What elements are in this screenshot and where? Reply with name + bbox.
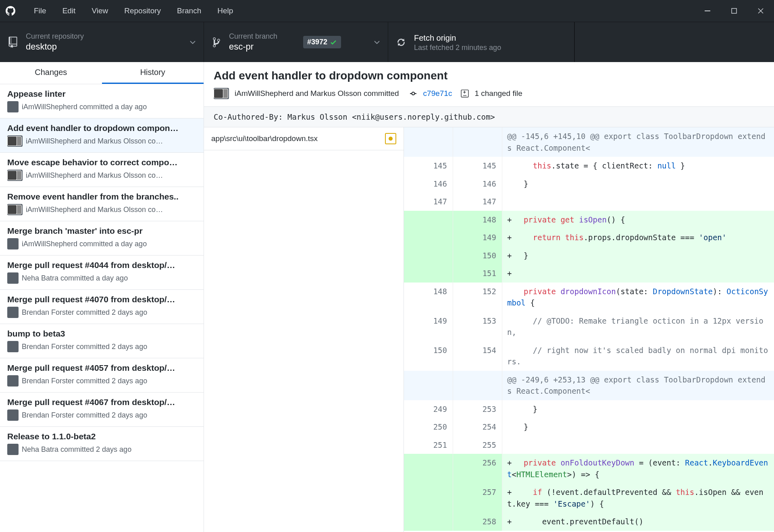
gutter-new: 253 [453,400,502,418]
menu-item-view[interactable]: View [83,6,116,15]
commit-list[interactable]: Appease linteriAmWillShepherd committed … [0,84,204,532]
diff-code: } [502,175,774,193]
commit-item-title: Remove event handler from the branches.. [7,192,196,202]
fetch-sub: Last fetched 2 minutes ago [414,44,501,52]
menu-item-edit[interactable]: Edit [54,6,84,15]
author-avatar [214,88,229,99]
diff-line: @@ -249,6 +253,13 @@ export class Toolba… [404,371,774,400]
commit-item[interactable]: Merge pull request #4067 from desktop/…B… [0,393,204,427]
commit-item[interactable]: Merge branch 'master' into esc-priAmWill… [0,221,204,256]
gutter-new: 151 [453,264,502,283]
commit-item-meta: iAmWillShepherd and Markus Olsson co… [7,204,196,215]
gutter-old [404,513,453,531]
commit-item[interactable]: Merge pull request #4057 from desktop/…B… [0,358,204,393]
git-branch-icon [212,37,221,48]
gutter-new: 254 [453,418,502,436]
commit-item-title: Merge pull request #4070 from desktop/… [7,295,196,304]
diff-code: private dropdownIcon(state: DropdownStat… [502,283,774,312]
avatar [7,444,19,455]
menu-item-file[interactable]: File [26,6,54,15]
close-button[interactable] [747,0,774,22]
commit-detail: Add event handler to dropdown component … [204,62,774,532]
diff-line: 148152 private dropdownIcon(state: Dropd… [404,283,774,312]
chevron-down-icon [190,41,196,44]
branch-dropdown[interactable]: Current branch esc-pr #3972 [204,22,388,62]
gutter-new: 152 [453,283,502,312]
commit-item-meta: Neha Batra committed a day ago [7,272,196,284]
diff-line: 256+ private onFoldoutKeyDown = (event: … [404,454,774,483]
svg-rect-1 [732,8,737,13]
diff-line: 150154 // right now it's scaled badly on… [404,341,774,371]
main: Changes History Appease linteriAmWillShe… [0,62,774,532]
avatar [7,238,19,249]
diff-code: // right now it's scaled badly on normal… [502,341,774,371]
gutter-new: 153 [453,312,502,341]
changed-file[interactable]: app\src\ui\toolbar\dropdown.tsx [204,127,404,150]
commit-item-title: Move escape behavior to correct compo… [7,158,196,167]
diff-code: + private get isOpen() { [502,211,774,229]
sync-icon [396,37,406,47]
svg-rect-0 [705,10,710,11]
commit-item-title: Release to 1.1.0-beta2 [7,432,196,441]
menu-item-repository[interactable]: Repository [116,6,169,15]
commit-item-meta: Neha Batra committed 2 days ago [7,444,196,455]
gutter-new: 148 [453,211,502,229]
repo-dropdown[interactable]: Current repository desktop [0,22,204,62]
avatar-stack [7,135,23,147]
files-count: 1 changed file [474,89,522,98]
gutter-old: 146 [404,175,453,193]
commit-item-title: Merge pull request #4044 from desktop/… [7,260,196,270]
commit-item-meta: Brendan Forster committed 2 days ago [7,307,196,318]
commit-item-meta: iAmWillShepherd and Markus Olsson co… [7,135,196,147]
toolbar-spacer [574,22,774,62]
repo-label: Current repository [26,32,84,41]
menu-item-help[interactable]: Help [209,6,241,15]
minimize-button[interactable] [694,0,721,22]
tab-history[interactable]: History [102,62,204,84]
diff-view[interactable]: @@ -145,6 +145,10 @@ export class Toolba… [404,127,774,532]
diff-code: this.state = { clientRect: null } [502,157,774,175]
gutter-new: 257 [453,483,502,513]
diff-code: + event.preventDefault() [502,513,774,531]
modified-icon [385,133,396,144]
gutter-new: 145 [453,157,502,175]
commit-item-title: Merge pull request #4057 from desktop/… [7,363,196,373]
commit-item[interactable]: Appease linteriAmWillShepherd committed … [0,84,204,118]
avatar [7,375,19,387]
commit-item[interactable]: Release to 1.1.0-beta2Neha Batra committ… [0,427,204,461]
commit-item[interactable]: Remove event handler from the branches..… [0,187,204,221]
commit-item-meta: iAmWillShepherd committed a day ago [7,101,196,112]
tab-changes[interactable]: Changes [0,62,102,84]
commit-item[interactable]: Merge pull request #4070 from desktop/…B… [0,290,204,324]
pr-badge: #3972 [303,36,341,48]
commit-item-meta: iAmWillShepherd and Markus Olsson co… [7,170,196,181]
gutter-new: 256 [453,454,502,483]
commit-item[interactable]: Move escape behavior to correct compo…iA… [0,153,204,187]
commit-item[interactable]: Add event handler to dropdown compon…iAm… [0,118,204,153]
coauthor-line: Co-Authored-By: Markus Olsson <niik@user… [204,107,774,127]
avatar [7,307,19,318]
diff-code: + [502,264,774,283]
gutter-old [404,454,453,483]
commit-item[interactable]: Merge pull request #4044 from desktop/…N… [0,256,204,290]
commit-sha[interactable]: c79e71c [423,89,452,98]
github-logo-icon [6,6,15,16]
avatar [7,409,19,421]
fetch-button[interactable]: Fetch origin Last fetched 2 minutes ago [388,22,574,62]
commit-item-meta: Brendan Forster committed 2 days ago [7,409,196,421]
gutter-new [453,371,502,400]
fetch-label: Fetch origin [414,33,501,43]
menu-item-branch[interactable]: Branch [169,6,209,15]
commit-item[interactable]: bump to beta3Brendan Forster committed 2… [0,324,204,358]
gutter-old: 145 [404,157,453,175]
diff-line: 249253 } [404,400,774,418]
maximize-button[interactable] [721,0,747,22]
commit-authors: iAmWillShepherd and Markus Olsson commit… [235,89,399,98]
diff-line: 147147 [404,193,774,211]
gutter-old: 251 [404,436,453,454]
repo-icon [8,37,18,48]
diff-line: 250254 } [404,418,774,436]
commit-icon [409,90,418,97]
diff-line: 151+ [404,264,774,283]
diff-code: + private onFoldoutKeyDown = (event: Rea… [502,454,774,483]
